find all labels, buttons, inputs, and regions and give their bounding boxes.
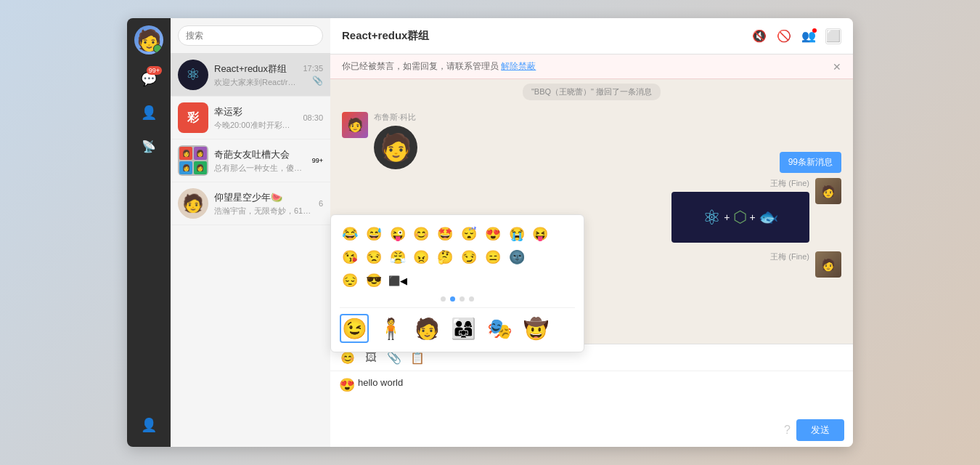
message-row: 🧑 布鲁斯·科比 🧑 [342, 112, 841, 169]
emoji-item[interactable]: 😏 [459, 247, 479, 267]
input-emoji: 😍 [339, 377, 355, 393]
gf-badge: 99+ [312, 157, 323, 164]
sticker-person2[interactable]: 🧑 [412, 314, 441, 343]
contact-item-react-group[interactable]: ⚛ React+redux群组 欢迎大家来到React/redux学习阵营...… [171, 54, 330, 97]
sticker-theater[interactable]: 🎭 [485, 314, 514, 343]
msg-sender: 王梅 (Fine) [671, 178, 809, 189]
chat-title: React+redux群组 [342, 29, 429, 43]
contact-info: React+redux群组 欢迎大家来到React/redux学习阵营... [214, 62, 297, 88]
emoji-item[interactable]: 😤 [388, 247, 408, 267]
message-avatar: 🧑 [342, 112, 368, 138]
chat-header-actions: 🔇 🚫 👥 ⬜ [751, 28, 841, 44]
emoji-dot[interactable] [460, 296, 465, 302]
message-badge: 99+ [147, 66, 162, 75]
sticker-family[interactable]: 👨‍👩‍👧 [449, 314, 478, 343]
message-avatar-right: 🧑 [815, 178, 841, 204]
contact-info: 仰望星空少年🍉 浩瀚宇宙，无限奇妙，61快乐！ [214, 191, 313, 217]
sticker-person[interactable]: 🧍 [376, 314, 405, 343]
revoke-message: "BBQ（王晓蕾）" 撤回了一条消息 [330, 79, 853, 105]
emoji-stickers: 😉 🧍 🧑 👨‍👩‍👧 🎭 🤠 [340, 307, 575, 343]
emoji-dot-active[interactable] [450, 296, 455, 302]
emoji-pagination [340, 296, 575, 302]
new-messages-btn[interactable]: 99条新消息 [780, 152, 841, 173]
contact-time: 6 [319, 199, 323, 208]
contact-meta: 17:35 📎 [303, 64, 323, 86]
contact-item-gf-group[interactable]: 👩 👩 👩 👩 奇葩女友吐槽大会 总有那么一种女生，傻傻的还有点调爱，让你气..… [171, 140, 330, 182]
react-group-icon: ⚛ [178, 60, 208, 90]
emoji-item[interactable]: 😔 [340, 270, 360, 291]
nav-avatar[interactable]: 🧑 [134, 25, 163, 54]
emoji-item[interactable]: 😠 [411, 247, 431, 267]
search-input[interactable] [178, 25, 323, 46]
contact-item-lucky[interactable]: 彩 幸运彩 今晚20:00准时开彩，请做好准备 08:30 [171, 97, 330, 140]
nav-broadcast-icon[interactable]: 📡 [134, 132, 163, 161]
contact-info: 幸运彩 今晚20:00准时开彩，请做好准备 [214, 105, 297, 131]
emoji-item[interactable]: 🤩 [435, 224, 455, 244]
emoji-item[interactable]: 😭 [507, 224, 527, 244]
members-icon[interactable]: 👥 [801, 28, 817, 44]
emoji-picker: 😂 😅 😜 😊 🤩 😴 😍 😭 😝 😘 😒 😤 😠 🤔 😏 😑 🌚 [330, 214, 584, 352]
contact-name: React+redux群组 [214, 62, 297, 76]
emoji-item[interactable] [530, 247, 550, 267]
contact-info: 奇葩女友吐槽大会 总有那么一种女生，傻傻的还有点调爱，让你气... [214, 148, 306, 174]
emoji-dot[interactable] [469, 296, 474, 302]
msg-bubble: 🧑 [374, 126, 417, 169]
emoji-item[interactable]: 😅 [364, 224, 384, 244]
emoji-item[interactable]: 😊 [411, 224, 431, 244]
star-youth-icon: 🧑 [178, 188, 208, 219]
nav-message-icon[interactable]: 💬 99+ [134, 65, 163, 94]
help-icon[interactable]: ? [784, 424, 791, 437]
search-bar [171, 18, 330, 54]
msg-image-bubble: ⚛ + ⬡ + 🐟 [671, 192, 809, 243]
send-button[interactable]: 发送 [796, 419, 844, 441]
emoji-item[interactable] [554, 224, 574, 244]
emoji-item[interactable]: 🌚 [507, 247, 527, 267]
gf-group-icon: 👩 👩 👩 👩 [178, 145, 208, 176]
window-icon[interactable]: ⬜ [825, 28, 841, 44]
contact-meta: 08:30 [303, 113, 323, 122]
lucky-icon: 彩 [178, 102, 208, 133]
app-container: 🧑 💬 99+ 👤 📡 👤 ⚛ React+redu [127, 18, 853, 447]
members-red-dot [812, 28, 817, 33]
emoji-item[interactable]: 😍 [483, 224, 503, 244]
contact-time: 08:30 [303, 113, 323, 122]
contact-preview: 今晚20:00准时开彩，请做好准备 [214, 120, 297, 131]
chat-area: React+redux群组 🔇 🚫 👥 ⬜ 你已经被禁言，如需回复，请联系管理员… [330, 18, 853, 447]
emoji-item[interactable]: 😘 [340, 247, 360, 267]
contact-meta: 6 [319, 199, 323, 208]
contact-preview: 欢迎大家来到React/redux学习阵营... [214, 77, 297, 88]
emoji-item[interactable]: 😜 [388, 224, 408, 244]
contact-preview: 浩瀚宇宙，无限奇妙，61快乐！ [214, 206, 313, 217]
nav-profile-icon[interactable]: 👤 [134, 411, 163, 440]
banned-notice: 你已经被禁言，如需回复，请联系管理员 解除禁蔽 ✕ [330, 54, 853, 79]
revoke-row: "BBQ（王晓蕾）" 撤回了一条消息 99条新消息 [330, 79, 853, 105]
banned-link[interactable]: 解除禁蔽 [501, 61, 536, 71]
emoji-item[interactable]: 😎 [364, 270, 384, 291]
contact-item-star-youth[interactable]: 🧑 仰望星空少年🍉 浩瀚宇宙，无限奇妙，61快乐！ 6 [171, 182, 330, 225]
msg-content: 布鲁斯·科比 🧑 [374, 112, 417, 169]
clip-icon: 📎 [312, 76, 323, 86]
contact-preview: 总有那么一种女生，傻傻的还有点调爱，让你气... [214, 163, 306, 174]
nav-contacts-icon[interactable]: 👤 [134, 98, 163, 127]
mute-icon[interactable]: 🔇 [751, 28, 767, 44]
emoji-item[interactable]: 😑 [483, 247, 503, 267]
sticker-wink[interactable]: 😉 [340, 314, 369, 343]
nav-bar: 🧑 💬 99+ 👤 📡 👤 [127, 18, 171, 447]
input-box[interactable]: 😍 hello world [330, 371, 853, 415]
message-avatar-right-2: 🧑 [815, 251, 841, 278]
emoji-item[interactable]: 😒 [364, 247, 384, 267]
emoji-dot[interactable] [441, 296, 446, 302]
emoji-item[interactable]: 😝 [530, 224, 550, 244]
emoji-item[interactable]: 🤔 [435, 247, 455, 267]
banned-text: 你已经被禁言，如需回复，请联系管理员 [342, 61, 499, 71]
emoji-item[interactable] [554, 247, 574, 267]
emoji-item[interactable]: ⬛◀ [388, 270, 408, 291]
banned-close-icon[interactable]: ✕ [833, 61, 841, 73]
block-icon[interactable]: 🚫 [776, 28, 792, 44]
emoji-item[interactable] [411, 270, 431, 291]
sticker-cowboy[interactable]: 🤠 [521, 314, 550, 343]
msg-sender-2: 王梅 (Fine) [770, 251, 809, 262]
revoke-bubble: "BBQ（王晓蕾）" 撤回了一条消息 [523, 84, 661, 100]
emoji-item[interactable]: 😴 [459, 224, 479, 244]
emoji-item[interactable]: 😂 [340, 224, 360, 244]
